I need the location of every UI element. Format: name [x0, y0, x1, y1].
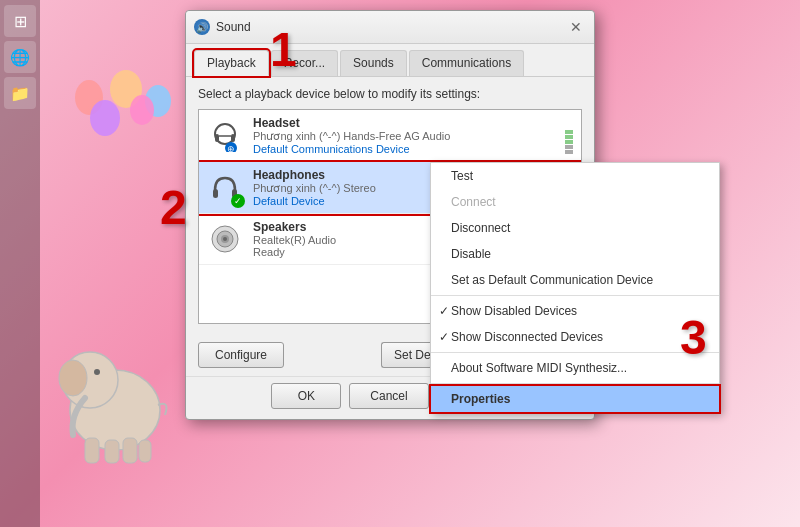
tab-communications[interactable]: Communications [409, 50, 524, 76]
context-menu: Test Connect Disconnect Disable Set as D… [430, 162, 720, 413]
menu-item-about-midi[interactable]: About Software MIDI Synthesiz... [431, 355, 719, 381]
tab-bar: Playback Recor... Sounds Communications [186, 44, 594, 77]
menu-item-test[interactable]: Test [431, 163, 719, 189]
close-button[interactable]: ✕ [566, 17, 586, 37]
menu-item-connect[interactable]: Connect [431, 189, 719, 215]
menu-item-set-default-comm[interactable]: Set as Default Communication Device [431, 267, 719, 293]
svg-rect-10 [231, 134, 235, 142]
app-icon-1[interactable]: 🌐 [4, 41, 36, 73]
start-icon[interactable]: ⊞ [4, 5, 36, 37]
svg-rect-14 [213, 189, 218, 198]
headset-name: Headset [253, 116, 555, 130]
ok-button[interactable]: OK [271, 383, 341, 409]
svg-text:⊕: ⊕ [227, 144, 235, 152]
menu-separator-3 [431, 383, 719, 384]
app-icon-2[interactable]: 📁 [4, 77, 36, 109]
dialog-title: Sound [216, 20, 251, 34]
desktop-decoration [45, 50, 190, 480]
menu-separator-2 [431, 352, 719, 353]
svg-rect-5 [105, 440, 119, 463]
balloon-4 [90, 100, 120, 136]
configure-button[interactable]: Configure [198, 342, 284, 368]
menu-item-disconnect[interactable]: Disconnect [431, 215, 719, 241]
dialog-titlebar: 🔊 Sound ✕ [186, 11, 594, 44]
headset-icon: ⊕ [207, 118, 243, 154]
desktop: ⊞ 🌐 📁 [0, 0, 800, 527]
taskbar: ⊞ 🌐 📁 [0, 0, 40, 527]
svg-rect-6 [123, 438, 137, 463]
menu-separator-1 [431, 295, 719, 296]
headset-status: Default Communications Device [253, 143, 555, 155]
svg-rect-9 [215, 134, 219, 142]
headset-sub: Phương xinh (^-^) Hands-Free AG Audio [253, 130, 555, 143]
svg-point-3 [94, 369, 100, 375]
menu-item-show-disconnected[interactable]: Show Disconnected Devices [431, 324, 719, 350]
menu-item-properties[interactable]: Properties [431, 386, 719, 412]
svg-point-19 [223, 237, 227, 241]
balloon-5 [130, 95, 154, 125]
dialog-title-left: 🔊 Sound [194, 19, 251, 35]
svg-point-2 [59, 360, 87, 396]
tab-playback[interactable]: Playback [194, 50, 269, 76]
annotation-1: 1 [270, 22, 297, 77]
headset-info: Headset Phương xinh (^-^) Hands-Free AG … [253, 116, 555, 155]
headset-level [565, 118, 573, 154]
cancel-button[interactable]: Cancel [349, 383, 428, 409]
headphones-icon: ✓ [207, 170, 243, 206]
svg-rect-4 [85, 438, 99, 463]
svg-rect-7 [139, 440, 151, 462]
elephant-art [55, 290, 175, 470]
sound-icon: 🔊 [194, 19, 210, 35]
menu-item-disable[interactable]: Disable [431, 241, 719, 267]
dialog-instruction: Select a playback device below to modify… [198, 87, 582, 101]
speaker-icon [207, 221, 243, 257]
menu-item-show-disabled[interactable]: Show Disabled Devices [431, 298, 719, 324]
tab-sounds[interactable]: Sounds [340, 50, 407, 76]
annotation-3: 3 [680, 310, 707, 365]
annotation-2: 2 [160, 180, 187, 235]
device-item-headset[interactable]: ⊕ Headset Phương xinh (^-^) Hands-Free A… [199, 110, 581, 162]
